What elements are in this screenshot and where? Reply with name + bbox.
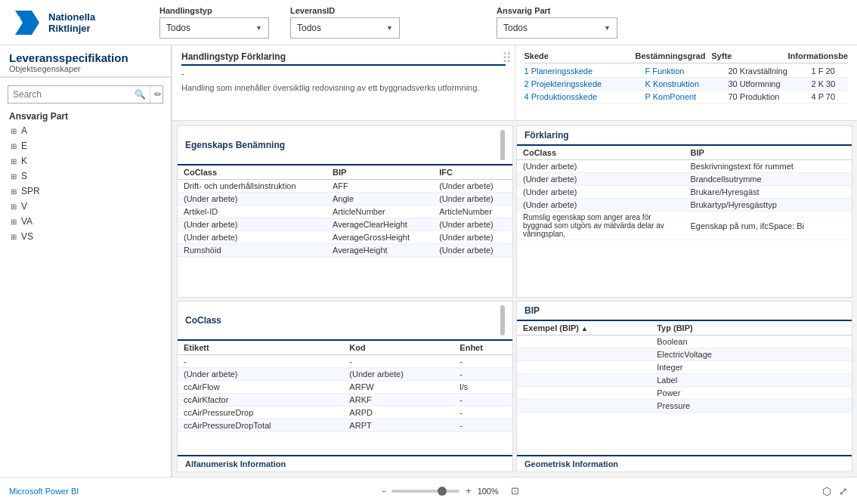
panel-bip: BIP Exempel (BIP) ▲ Typ (BIP) Boolean El… <box>516 301 852 473</box>
panel-forklaring-content: CoClass BIP (Under arbete)Beskrivningste… <box>517 146 852 297</box>
search-input[interactable] <box>8 86 131 103</box>
ms-pbi-link[interactable]: Microsoft Power BI <box>9 487 79 496</box>
bottom-bar: Microsoft Power BI - + 100% ⊡ ⬡ ⤢ <box>0 477 857 504</box>
panel-egenskaps: Egenskaps Benämning CoClass BIP IFC <box>177 125 513 298</box>
col-coclass: CoClass <box>517 146 685 160</box>
table-row: Drift- och underhållsinstruktionAFF(Unde… <box>178 180 512 193</box>
col-syfte: Syfte <box>712 51 788 60</box>
tree-item[interactable]: ⊞SPR <box>0 184 171 199</box>
tree-expand-icon: ⊞ <box>11 172 17 181</box>
table-row: (Under arbete)AverageGrossHeight(Under a… <box>178 231 512 244</box>
left-panel-title: Leveransspecifikation <box>9 51 162 64</box>
tree-item[interactable]: ⊞S <box>0 169 171 184</box>
panel-forklaring: Förklaring CoClass BIP (Under arbete)Bes… <box>516 125 852 298</box>
svg-text:N: N <box>17 16 20 21</box>
info-left: Handlingstyp Förklaring - Handling som i… <box>172 45 515 120</box>
share-icon[interactable]: ⬡ <box>822 485 831 497</box>
table-row: (Under arbete)Angle(Under arbete) <box>178 193 512 206</box>
panel-egenskaps-title: Egenskaps Benämning <box>178 126 512 165</box>
table-row: 2 Projekteringsskede K Konstruktion 30 U… <box>524 78 849 91</box>
table-row: ccAirFlowARFWl/s <box>178 380 512 393</box>
zoom-minus-button[interactable]: - <box>382 485 385 496</box>
table-row: (Under arbete)Brandcellsutrymme <box>517 173 852 186</box>
panel-bip-content: Exempel (BIP) ▲ Typ (BIP) Boolean Electr… <box>517 321 852 454</box>
tree-expand-icon: ⊞ <box>11 127 17 135</box>
zoom-controls: - + 100% ⊡ <box>382 485 519 496</box>
zoom-plus-button[interactable]: + <box>466 485 472 496</box>
left-panel-divider <box>0 76 171 78</box>
tree-expand-icon: ⊞ <box>11 142 17 150</box>
table-row: 1 Planeringsskede F Funktion 20 Kravstäl… <box>524 65 849 78</box>
tree-expand-icon: ⊞ <box>11 157 17 165</box>
info-bar: Handlingstyp Förklaring - Handling som i… <box>172 45 857 121</box>
leveransid-arrow-icon: ▼ <box>386 24 393 32</box>
tree-item[interactable]: ⊞K <box>0 153 171 169</box>
tree-item[interactable]: ⊞A <box>0 123 171 138</box>
search-icon[interactable]: 🔍 <box>131 86 150 103</box>
info-left-description: Handling som innehåller översiktlig redo… <box>181 82 506 94</box>
table-row: --- <box>178 354 512 367</box>
panel-coclass: CoClass Etikett Kod Enhet --- <box>177 301 513 473</box>
col-kod: Kod <box>343 341 453 355</box>
scroll-indicator <box>500 305 505 335</box>
tree-item[interactable]: ⊞E <box>0 138 171 153</box>
ansvarig-part-dropdown[interactable]: Todos ▼ <box>497 17 617 39</box>
col-typ: Typ (BIP) <box>651 321 852 335</box>
tree-item[interactable]: ⊞VA <box>0 214 171 229</box>
content-area: Handlingstyp Förklaring - Handling som i… <box>172 45 857 477</box>
panel-forklaring-title: Förklaring <box>517 126 852 146</box>
table-row: Rumslig egenskap som anger area för bygg… <box>517 212 852 240</box>
scroll-indicator <box>500 130 505 160</box>
table-row: ccAirPressureDropTotalARPT- <box>178 419 512 431</box>
header-controls: Handlingstyp Todos ▼ LeveransID Todos ▼ … <box>137 6 845 39</box>
fit-page-icon[interactable]: ⊡ <box>511 485 519 496</box>
panel-egenskaps-content: CoClass BIP IFC Drift- och underhållsins… <box>178 165 512 297</box>
col-info: Informationsbe <box>788 51 848 60</box>
handlingstyp-control: Handlingstyp Todos ▼ <box>159 6 269 39</box>
bottom-icons: ⬡ ⤢ <box>822 485 848 497</box>
expand-icon[interactable]: ⤢ <box>839 485 848 497</box>
ansvarig-part-label: Ansvarig Part <box>497 6 617 15</box>
tree-item[interactable]: ⊞VS <box>0 229 171 244</box>
leveransid-label: LeveransID <box>290 6 400 15</box>
svg-marker-0 <box>15 11 39 35</box>
left-panel: Leveransspecifikation Objektsegenskaper … <box>0 45 172 477</box>
panel-geometrisk-stub: Geometrisk Information <box>517 455 852 472</box>
zoom-slider-thumb[interactable] <box>438 487 447 496</box>
panel-coclass-title: CoClass <box>178 301 512 341</box>
table-row: (Under arbete)Brukare/Hyresgäst <box>517 186 852 199</box>
logo-area: N Nationella Riktlinjer <box>12 8 137 38</box>
tree-expand-icon: ⊞ <box>11 218 17 226</box>
table-row: Boolean <box>517 335 852 348</box>
col-enhet: Enhet <box>453 341 512 355</box>
left-panel-subtitle: Objektsegenskaper <box>9 64 162 73</box>
col-etikett: Etikett <box>178 341 343 355</box>
handlingstyp-label: Handlingstyp <box>159 6 269 15</box>
info-left-title: Handlingstyp Förklaring <box>181 51 506 66</box>
table-row: (Under arbete)(Under arbete)- <box>178 367 512 380</box>
info-left-scrollbar: ⠿ <box>502 51 512 65</box>
table-row: ccAirKfactorARKF- <box>178 393 512 406</box>
leveransid-dropdown[interactable]: Todos ▼ <box>290 17 400 39</box>
left-panel-header: Leveransspecifikation Objektsegenskaper <box>0 45 171 76</box>
panels-grid: Egenskaps Benämning CoClass BIP IFC <box>172 121 857 477</box>
panel-coclass-content: Etikett Kod Enhet --- (Under arbete)(Und… <box>178 341 512 454</box>
ansvarig-part-tree-label: Ansvarig Part <box>0 107 171 123</box>
handlingstyp-dropdown[interactable]: Todos ▼ <box>159 17 269 39</box>
tree-item[interactable]: ⊞V <box>0 199 171 214</box>
table-row: ElectricVoltage <box>517 348 852 360</box>
info-right: Skede Bestämningsgrad Syfte Informations… <box>515 45 858 120</box>
table-row: ccAirPressureDropARPD- <box>178 406 512 419</box>
col-bip: BIP <box>685 146 852 160</box>
table-row: Power <box>517 386 852 399</box>
info-left-dash: - <box>181 69 506 79</box>
col-ifc: IFC <box>433 165 512 180</box>
main-layout: Leveransspecifikation Objektsegenskaper … <box>0 45 857 477</box>
zoom-slider[interactable] <box>391 490 459 493</box>
table-row: Artikel-IDArticleNumberArticleNumber <box>178 206 512 218</box>
handlingstyp-arrow-icon: ▼ <box>255 24 262 32</box>
table-row: (Under arbete)Beskrivningstext för rumme… <box>517 160 852 173</box>
search-box: 🔍 ✏ <box>8 85 163 104</box>
edit-icon[interactable]: ✏ <box>150 86 166 103</box>
tree-items: ⊞A ⊞E ⊞K ⊞S ⊞SPR ⊞V ⊞VA ⊞VS <box>0 123 171 477</box>
